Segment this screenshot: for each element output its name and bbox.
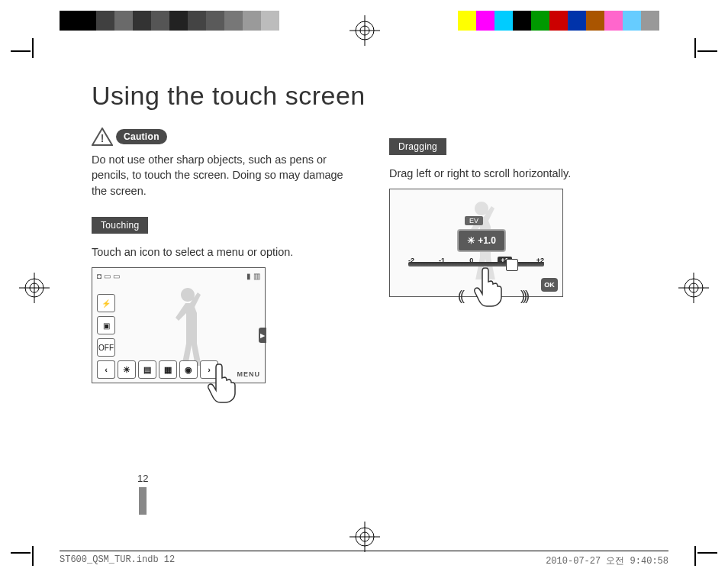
trim-mark: [11, 552, 31, 554]
ev-value: +1.0: [478, 235, 496, 246]
footer-filename: ST600_QSM_TUR.indb 12: [60, 554, 175, 567]
page-number-bar-icon: [139, 487, 147, 515]
size-icon: ▦: [159, 360, 177, 379]
svg-point-4: [25, 279, 43, 297]
ev-value-box: ☀ +1.0: [457, 229, 506, 252]
touching-hand-icon: [203, 358, 241, 404]
right-column: Dragging Drag left or right to scroll ho…: [389, 128, 656, 383]
caution-text: Do not use other sharp objects, such as …: [92, 152, 359, 199]
print-footer: ST600_QSM_TUR.indb 12 2010-07-27 오전 9:40…: [60, 551, 668, 567]
footer-timestamp: 2010-07-27 오전 9:40:58: [546, 554, 668, 567]
slider-knob: [506, 259, 518, 271]
page-number-block: 12: [137, 473, 148, 515]
svg-point-9: [689, 283, 698, 292]
svg-point-5: [30, 283, 39, 292]
caution-row: ! Caution: [92, 128, 359, 146]
person-silhouette-icon: [161, 282, 214, 366]
off-icon: OFF: [97, 338, 115, 357]
svg-point-8: [685, 279, 703, 297]
svg-point-12: [356, 528, 374, 546]
drag-motion-left-icon: ((: [458, 288, 462, 304]
touching-text: Touch an icon to select a menu or option…: [92, 244, 359, 260]
left-column: ! Caution Do not use other sharp objects…: [92, 128, 359, 383]
mode-icon: ◘ ▭ ▭: [97, 272, 120, 280]
section-label-touching: Touching: [92, 217, 148, 234]
trim-mark: [694, 546, 696, 566]
ev-title: EV: [465, 216, 483, 225]
drag-motion-right-icon: ))): [520, 288, 527, 304]
battery-icon: ▮ ▥: [246, 272, 260, 280]
page-number: 12: [137, 473, 148, 484]
section-label-dragging: Dragging: [389, 138, 446, 155]
ev-icon: ☀: [118, 360, 136, 379]
svg-point-1: [360, 26, 369, 35]
focus-icon: ▣: [97, 316, 115, 334]
trim-mark: [697, 552, 717, 554]
trim-mark: [694, 38, 696, 58]
color-bar-right: [458, 11, 659, 31]
arrow-left-icon: ‹: [97, 360, 115, 379]
page-content: Using the touch screen ! Caution Do not …: [92, 81, 656, 509]
flash-icon: ⚡: [97, 294, 115, 312]
touching-illustration: ◘ ▭ ▭ ▮ ▥ ⚡ ▣ OFF ▥ ‹ ☀ ▤ ▦ ◉: [92, 267, 266, 383]
ok-button-icon: OK: [541, 278, 558, 292]
registration-mark-icon: [350, 15, 380, 46]
svg-text:!: !: [101, 132, 105, 144]
warning-triangle-icon: !: [92, 128, 113, 146]
page-title: Using the touch screen: [92, 81, 656, 111]
screen-status-row: ◘ ▭ ▭ ▮ ▥: [97, 272, 260, 280]
registration-mark-icon: [19, 273, 50, 303]
registration-mark-icon: [350, 522, 380, 552]
svg-point-13: [360, 532, 369, 541]
dragging-text: Drag left or right to scroll horizontall…: [389, 166, 656, 181]
trim-mark: [32, 546, 34, 566]
trim-mark: [11, 50, 31, 52]
color-bar-left: [60, 11, 298, 31]
svg-point-0: [356, 21, 374, 40]
trim-mark: [32, 38, 34, 58]
tab-handle-icon: ▶: [259, 328, 266, 343]
registration-mark-icon: [678, 273, 709, 303]
dragging-hand-icon: [469, 262, 507, 308]
quality-icon: ◉: [179, 360, 198, 379]
trim-mark: [697, 50, 717, 52]
caution-badge: Caution: [116, 129, 167, 144]
ev-adjust-icon: ☀: [467, 235, 475, 246]
iso-icon: ▤: [138, 360, 156, 379]
